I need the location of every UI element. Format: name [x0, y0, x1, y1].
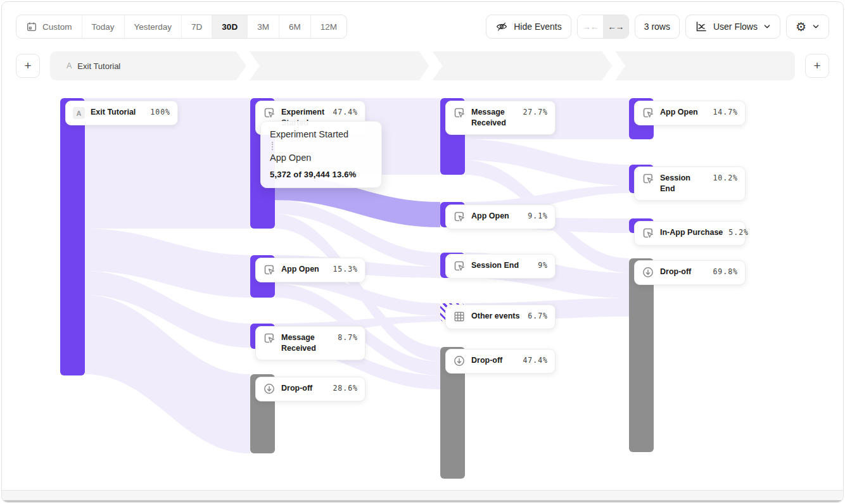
date-range-3m[interactable]: 3M: [248, 15, 279, 38]
event-icon: [453, 260, 466, 272]
user-flows-panel: Custom Today Yesterday 7D 30D 3M 6M 12M …: [1, 1, 844, 503]
expand-arrows-icon: ←→: [607, 22, 623, 32]
step-segment-3[interactable]: [433, 51, 613, 80]
node-percent: 28.6%: [333, 384, 358, 393]
grid-icon: [453, 310, 466, 323]
rows-label: 3 rows: [644, 22, 670, 32]
settings-dropdown[interactable]: ⚙: [786, 15, 829, 39]
step-row: + A Exit Tutorial +: [16, 51, 829, 80]
node-label: App Open: [660, 107, 707, 118]
node-percent: 9.1%: [528, 211, 548, 220]
step-badge: A: [67, 61, 72, 70]
node-percent: 8.7%: [338, 333, 358, 342]
node-card-drop-off-step3[interactable]: Drop-off 47.4%: [445, 349, 556, 374]
date-range-today[interactable]: Today: [82, 15, 125, 38]
tooltip-target-event: App Open: [270, 153, 372, 163]
date-range-30d[interactable]: 30D: [212, 15, 248, 38]
node-label: App Open: [471, 211, 522, 222]
node-percent: 6.7%: [528, 312, 548, 320]
node-card-app-open-step4[interactable]: App Open 14.7%: [634, 101, 746, 125]
step-segment-4[interactable]: [615, 51, 795, 80]
expand-columns-button[interactable]: ←→: [603, 15, 628, 38]
node-label: Drop-off: [471, 355, 517, 366]
add-step-left-button[interactable]: +: [16, 54, 40, 78]
chevron-down-icon: [763, 23, 771, 30]
event-icon: [263, 332, 276, 344]
node-card-session-end-step4[interactable]: Session End 10.2%: [634, 167, 746, 201]
node-label: Drop-off: [281, 383, 327, 394]
date-range-label: Today: [92, 22, 115, 32]
date-range-label: Custom: [42, 22, 72, 32]
drop-off-icon: [642, 266, 654, 279]
step-bar: A Exit Tutorial: [50, 51, 795, 80]
node-card-other-events-step3[interactable]: Other events 6.7%: [445, 305, 556, 329]
event-icon: [642, 172, 654, 185]
node-label: Message Received: [281, 332, 332, 354]
date-range-custom[interactable]: Custom: [16, 15, 82, 38]
date-range-label: 30D: [222, 22, 238, 32]
step-label: Exit Tutorial: [77, 61, 120, 71]
toolbar: Custom Today Yesterday 7D 30D 3M 6M 12M …: [16, 15, 829, 39]
node-card-message-received-step3[interactable]: Message Received 27.7%: [445, 101, 556, 135]
node-label: In-App Purchase: [660, 227, 723, 238]
date-range-6m[interactable]: 6M: [279, 15, 311, 38]
node-label: Drop-off: [660, 267, 707, 277]
user-flows-icon: [695, 20, 708, 33]
date-range-yesterday[interactable]: Yesterday: [125, 15, 182, 38]
date-range-label: 3M: [257, 22, 269, 32]
event-icon: [453, 106, 466, 119]
node-card-exit-tutorial[interactable]: A Exit Tutorial 100%: [65, 101, 178, 125]
bar-exit-tutorial[interactable]: [60, 98, 85, 375]
node-percent: 69.8%: [713, 267, 738, 276]
add-step-right-button[interactable]: +: [805, 54, 829, 78]
node-card-drop-off-step4[interactable]: Drop-off 69.8%: [634, 260, 746, 285]
collapse-arrows-icon: →←: [582, 22, 598, 32]
plus-icon: +: [24, 59, 31, 73]
node-label: App Open: [281, 264, 327, 275]
bottom-edge-bar: [2, 500, 843, 502]
node-card-drop-off-step2[interactable]: Drop-off 28.6%: [255, 377, 365, 401]
collapse-expand-control: →← ←→: [577, 15, 629, 39]
rows-button[interactable]: 3 rows: [635, 15, 680, 39]
node-card-app-open-step2[interactable]: App Open 15.3%: [255, 258, 365, 282]
view-type-dropdown[interactable]: User Flows: [685, 15, 780, 39]
date-range-label: 12M: [321, 22, 337, 32]
bar-drop-off-step4[interactable]: [629, 258, 654, 452]
calendar-icon: [26, 21, 37, 32]
node-percent: 27.7%: [523, 108, 548, 117]
node-card-message-received-step2[interactable]: Message Received 8.7%: [255, 326, 365, 360]
node-label: Exit Tutorial: [91, 107, 144, 118]
collapse-columns-button[interactable]: →←: [578, 15, 603, 38]
chevron-down-icon: [812, 23, 820, 30]
date-range-12m[interactable]: 12M: [311, 15, 346, 38]
date-range-control: Custom Today Yesterday 7D 30D 3M 6M 12M: [16, 15, 347, 39]
event-icon: [263, 106, 276, 119]
node-percent: 15.3%: [333, 265, 358, 274]
step-segment-a[interactable]: A Exit Tutorial: [50, 51, 246, 80]
node-card-app-open-step3[interactable]: App Open 9.1%: [445, 205, 556, 229]
node-label: Session End: [471, 260, 532, 271]
date-range-label: Yesterday: [134, 22, 172, 32]
step-a-badge: A: [73, 107, 85, 119]
node-label: Message Received: [471, 107, 517, 129]
drop-off-icon: [453, 355, 466, 367]
eye-off-icon: [495, 20, 508, 33]
node-percent: 47.4%: [333, 108, 358, 117]
event-icon: [453, 210, 466, 223]
tooltip-source-event: Experiment Started: [270, 129, 372, 139]
flow-tooltip: Experiment Started App Open 5,372 of 39,…: [260, 121, 382, 188]
node-card-in-app-purchase-step4[interactable]: In-App Purchase 5.2%: [634, 221, 746, 246]
event-icon: [642, 227, 654, 239]
bottom-scroll-strip[interactable]: [2, 490, 843, 500]
hide-events-button[interactable]: Hide Events: [486, 15, 571, 39]
date-range-label: 7D: [191, 22, 202, 32]
date-range-7d[interactable]: 7D: [182, 15, 212, 38]
node-card-session-end-step3[interactable]: Session End 9%: [445, 254, 556, 279]
step-segment-2[interactable]: [250, 51, 429, 80]
toolbar-right: Hide Events →← ←→ 3 rows User Flows: [486, 15, 829, 39]
node-label: Session End: [660, 173, 707, 194]
view-type-label: User Flows: [713, 22, 758, 32]
node-percent: 9%: [538, 261, 548, 270]
node-percent: 14.7%: [713, 108, 738, 117]
node-percent: 10.2%: [713, 173, 738, 182]
